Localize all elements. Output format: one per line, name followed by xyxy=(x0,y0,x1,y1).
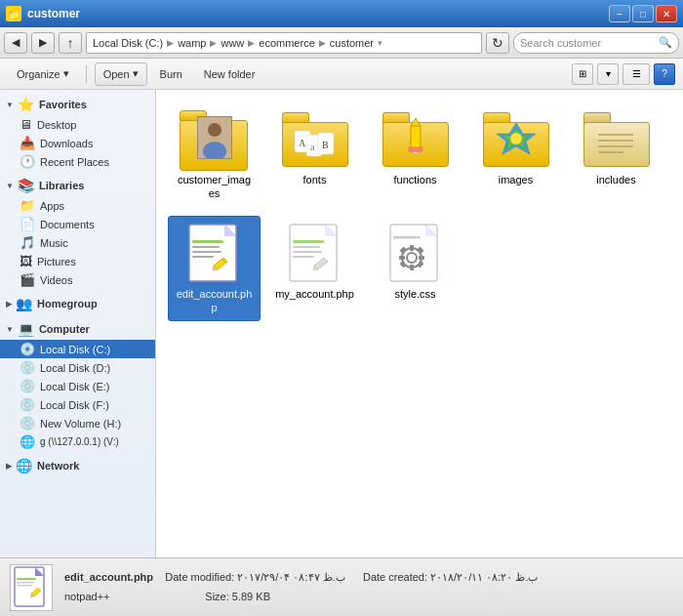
favorites-header[interactable]: ▼ ⭐ Favorites xyxy=(0,94,155,115)
svg-rect-11 xyxy=(409,147,422,151)
favorites-expand-icon: ▼ xyxy=(6,101,14,109)
folder-functions-label: functions xyxy=(393,173,436,186)
sidebar-item-apps[interactable]: 📁 Apps xyxy=(0,196,155,215)
file-my-account-php[interactable]: my_account.php xyxy=(268,216,361,322)
window-titlebar: 📁 customer − □ ✕ xyxy=(0,0,683,27)
folder-functions[interactable]: functions xyxy=(369,102,462,208)
forward-button[interactable]: ▶ xyxy=(31,32,55,54)
folder-images-icon xyxy=(481,108,551,171)
sidebar-item-label: Music xyxy=(40,237,68,249)
view-large-icon-button[interactable]: ⊞ xyxy=(572,63,593,85)
maximize-button[interactable]: □ xyxy=(632,5,654,22)
homegroup-header[interactable]: ▶ 👥 Homegroup xyxy=(0,293,155,314)
sidebar-item-label: g (\\127.0.0.1) (V:) xyxy=(40,436,119,447)
file-area: customer_images A xyxy=(156,90,683,557)
address-bar: ◀ ▶ ↑ Local Disk (C:) ▶ wamp ▶ www ▶ eco… xyxy=(0,27,683,59)
path-arrow: ▶ xyxy=(210,38,217,48)
minimize-button[interactable]: − xyxy=(609,5,630,22)
open-dropdown-icon: ▾ xyxy=(133,67,139,80)
sidebar-item-documents[interactable]: 📄 Documents xyxy=(0,215,155,233)
status-bar: edit_account.php Date modified: ۲۰۱۷/۲۹/… xyxy=(0,557,683,616)
sidebar-item-local-e[interactable]: 💿 Local Disk (E:) xyxy=(0,377,155,395)
libraries-header[interactable]: ▼ 📚 Libraries xyxy=(0,175,155,196)
recent-places-icon: 🕐 xyxy=(20,154,35,169)
view-dropdown-button[interactable]: ▾ xyxy=(597,63,619,85)
new-folder-button[interactable]: New folder xyxy=(195,62,264,86)
help-button[interactable]: ? xyxy=(654,63,675,85)
sidebar-item-new-volume-h[interactable]: 💿 New Volume (H:) xyxy=(0,414,155,432)
file-style-css[interactable]: style.css xyxy=(369,216,462,322)
svg-rect-25 xyxy=(192,240,223,243)
address-path[interactable]: Local Disk (C:) ▶ wamp ▶ www ▶ ecommerce… xyxy=(86,32,482,54)
sidebar-item-local-d[interactable]: 💿 Local Disk (D:) xyxy=(0,358,155,377)
svg-rect-54 xyxy=(393,236,421,239)
path-arrow: ▶ xyxy=(248,38,255,48)
file-grid: customer_images A xyxy=(168,102,671,321)
folder-images-label: images xyxy=(499,173,533,186)
disk-h-icon: 💿 xyxy=(20,416,35,431)
sidebar-item-local-f[interactable]: 💿 Local Disk (F:) xyxy=(0,395,155,414)
status-size: 5.89 KB xyxy=(232,591,270,602)
desktop-icon: 🖥 xyxy=(20,117,32,132)
sidebar-item-label: Recent Places xyxy=(40,156,109,168)
sidebar-item-local-c[interactable]: 💿 Local Disk (C:) xyxy=(0,340,155,358)
up-button[interactable]: ↑ xyxy=(59,32,82,54)
network-section: ▶ 🌐 Network xyxy=(0,455,155,476)
folder-images[interactable]: images xyxy=(469,102,562,208)
folder-fonts-icon: A a B xyxy=(280,108,350,171)
disk-c-icon: 💿 xyxy=(20,342,35,356)
svg-rect-46 xyxy=(410,245,414,251)
file-my-account-php-label: my_account.php xyxy=(275,287,354,301)
sidebar-item-videos[interactable]: 🎬 Videos xyxy=(0,270,155,289)
folder-customer-images-icon xyxy=(180,108,250,171)
disk-e-icon: 💿 xyxy=(20,379,35,393)
folder-includes[interactable]: includes xyxy=(570,102,663,208)
sidebar-item-label: Local Disk (D:) xyxy=(40,362,110,374)
folder-fonts[interactable]: A a B fonts xyxy=(268,102,361,208)
sidebar-item-downloads[interactable]: 📥 Downloads xyxy=(0,134,155,152)
svg-rect-26 xyxy=(192,246,220,248)
status-thumb xyxy=(10,564,53,611)
sidebar-item-music[interactable]: 🎵 Music xyxy=(0,233,155,252)
close-button[interactable]: ✕ xyxy=(656,5,677,22)
network-header[interactable]: ▶ 🌐 Network xyxy=(0,455,155,476)
file-edit-account-php[interactable]: edit_account.php xyxy=(168,216,261,322)
folder-body: A a B xyxy=(282,122,348,167)
svg-rect-58 xyxy=(17,582,34,584)
organize-label: Organize xyxy=(17,68,60,80)
sidebar-item-label: Local Disk (F:) xyxy=(40,399,109,411)
path-segment: www xyxy=(221,37,244,49)
sidebar: ▼ ⭐ Favorites 🖥 Desktop 📥 Downloads 🕐 Re… xyxy=(0,90,156,557)
sidebar-item-label: Downloads xyxy=(40,138,93,149)
burn-button[interactable]: Burn xyxy=(151,62,191,86)
libraries-expand-icon: ▼ xyxy=(6,182,14,190)
music-icon: 🎵 xyxy=(20,235,35,250)
file-style-css-label: style.css xyxy=(394,287,435,301)
search-icon: 🔍 xyxy=(659,36,672,49)
status-date-created-label: Date created: xyxy=(363,571,427,583)
status-info: edit_account.php Date modified: ۲۰۱۷/۲۹/… xyxy=(64,568,538,607)
svg-rect-49 xyxy=(419,256,424,260)
details-toggle-button[interactable]: ☰ xyxy=(623,63,650,85)
refresh-button[interactable]: ↻ xyxy=(486,32,509,54)
network-label: Network xyxy=(37,460,79,472)
organize-button[interactable]: Organize ▾ xyxy=(8,62,78,86)
open-button[interactable]: Open ▾ xyxy=(95,62,147,86)
new-folder-label: New folder xyxy=(204,68,256,80)
search-box[interactable]: Search customer 🔍 xyxy=(513,32,679,54)
downloads-icon: 📥 xyxy=(20,136,35,150)
sidebar-item-label: Pictures xyxy=(37,256,76,267)
path-segment: customer xyxy=(330,37,374,49)
folder-customer-images[interactable]: customer_images xyxy=(168,102,261,208)
sidebar-item-network-v[interactable]: 🌐 g (\\127.0.0.1) (V:) xyxy=(0,432,155,451)
computer-header[interactable]: ▼ 💻 Computer xyxy=(0,318,155,340)
sidebar-item-pictures[interactable]: 🖼 Pictures xyxy=(0,252,155,270)
sidebar-item-desktop[interactable]: 🖥 Desktop xyxy=(0,115,155,134)
path-arrow: ▶ xyxy=(319,38,326,48)
favorites-label: Favorites xyxy=(39,99,87,110)
svg-marker-9 xyxy=(411,118,421,151)
svg-text:A: A xyxy=(299,138,306,148)
path-arrow: ▾ xyxy=(378,38,382,48)
back-button[interactable]: ◀ xyxy=(4,32,27,54)
sidebar-item-recent-places[interactable]: 🕐 Recent Places xyxy=(0,152,155,171)
